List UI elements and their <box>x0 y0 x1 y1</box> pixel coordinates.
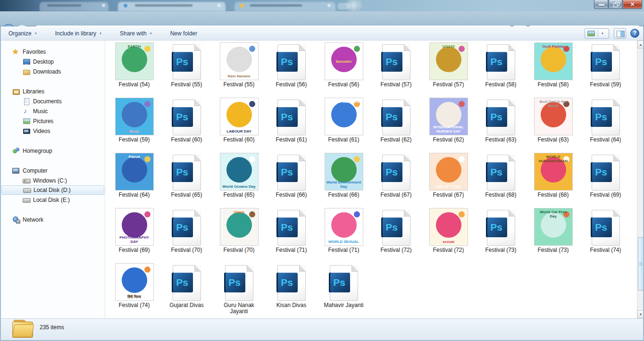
file-thumbnail: Ps <box>213 262 265 301</box>
file-item[interactable]: PsFestival (58) <box>475 42 527 97</box>
background-browser-tab <box>234 2 335 11</box>
toolbar-button-organize[interactable]: Organize▼ <box>6 28 40 39</box>
sidebar-item-label: Music <box>33 108 48 115</box>
file-item[interactable]: PsFestival (57) <box>370 42 422 97</box>
file-label: Festival (72) <box>433 247 464 253</box>
file-item[interactable]: PsFestival (73) <box>475 207 527 262</box>
file-item[interactable]: PHOTOGRAPHY DAYFestival (69) <box>108 207 160 262</box>
page-fold-icon <box>247 265 253 272</box>
sidebar-section-computer[interactable]: Computer <box>1 166 105 175</box>
file-item[interactable]: BaisakhiFestival (56) <box>318 42 370 97</box>
file-item[interactable]: World Environment DayFestival (66) <box>318 152 370 207</box>
title-bar[interactable] <box>0 0 644 11</box>
sidebar-item-local-disk-d-[interactable]: Local Disk (D:) <box>1 185 104 195</box>
file-item[interactable]: Ram NavamiFestival (55) <box>213 42 265 97</box>
file-item[interactable]: LABOUR DAYFestival (60) <box>213 97 265 152</box>
file-item[interactable]: WORLD SEXUALFestival (71) <box>318 207 370 262</box>
file-item[interactable]: PsFestival (71) <box>265 207 318 262</box>
file-item[interactable]: PsKisan Divas <box>265 262 318 317</box>
file-item[interactable]: हिंदी दिवसFestival (74) <box>108 262 160 317</box>
file-item[interactable]: Gudi PadwaFestival (58) <box>527 42 579 97</box>
file-item[interactable]: UGADIFestival (57) <box>422 42 475 97</box>
thumbnail-caption: Baisakhi <box>326 59 361 64</box>
file-item[interactable]: BookFestival (59) <box>108 97 160 152</box>
toolbar-button-new-folder[interactable]: New folder <box>167 28 200 39</box>
help-button[interactable] <box>630 29 639 38</box>
photoshop-badge-icon: Ps <box>591 162 612 182</box>
sidebar-item-downloads[interactable]: Downloads <box>1 67 105 76</box>
file-item[interactable]: PsMahavir Jayanti <box>318 262 370 317</box>
thumbnail-caption: EARTH <box>117 44 152 49</box>
change-view-button[interactable]: ▼ <box>585 28 609 39</box>
sidebar-item-label: Local Disk (E:) <box>33 197 70 203</box>
sidebar-item-pictures[interactable]: Pictures <box>1 116 105 126</box>
sidebar-group-homegroup: Homegroup <box>1 146 105 156</box>
hello-summer-poster: HELLO SUMMER <box>325 98 363 135</box>
file-item[interactable]: PsFestival (64) <box>579 97 632 152</box>
sidebar-item-desktop[interactable]: Desktop <box>1 57 105 67</box>
page-fold-icon <box>299 155 306 161</box>
photoshop-badge-icon: Ps <box>276 217 298 237</box>
file-item[interactable]: Best Dad in the WorldFestival (63) <box>527 97 579 152</box>
sidebar-section-libraries[interactable]: Libraries <box>1 86 105 96</box>
file-label: Guru Nanak Jayanti <box>215 302 264 315</box>
file-item[interactable]: PlanetFestival (64) <box>108 152 160 207</box>
minimize-button[interactable] <box>594 0 608 9</box>
file-thumbnail: Ps <box>579 97 632 135</box>
thumbnail-caption: Book <box>117 129 152 133</box>
file-item[interactable]: PsFestival (59) <box>579 42 632 97</box>
file-item[interactable]: WORLD HUMANITARIAN DAYFestival (68) <box>527 152 579 207</box>
sidebar-item-videos[interactable]: Videos <box>1 126 105 136</box>
navigation-pane: FavoritesDesktopDownloadsLibrariesDocume… <box>1 41 105 318</box>
file-item[interactable]: PsFestival (62) <box>370 97 422 152</box>
file-item[interactable]: PsFestival (55) <box>160 42 213 97</box>
file-item[interactable]: PsFestival (69) <box>579 152 632 207</box>
file-thumbnail: Ps <box>160 262 213 301</box>
chevron-down-icon[interactable]: ▼ <box>601 32 604 35</box>
file-thumbnail: Best Dad in the World <box>527 97 579 135</box>
sidebar-item-local-disk-e-[interactable]: Local Disk (E:) <box>1 195 105 205</box>
file-item[interactable]: sexualFestival (72) <box>422 207 475 262</box>
close-button[interactable] <box>623 0 642 9</box>
file-item[interactable]: PsFestival (65) <box>160 152 213 207</box>
file-item[interactable]: EARTHFestival (54) <box>108 42 160 97</box>
file-item[interactable]: PsFestival (66) <box>265 152 318 207</box>
file-item[interactable]: PsFestival (61) <box>265 97 318 152</box>
thumbnail-caption: WORLD HUMANITARIAN DAY <box>536 155 571 164</box>
file-item[interactable]: World Car Free DayFestival (73) <box>527 207 579 262</box>
file-item[interactable]: PsFestival (72) <box>370 207 422 262</box>
thumbnail-artwork <box>122 267 147 293</box>
sidebar-item-label: Windows (C:) <box>33 177 67 184</box>
sidebar-item-music[interactable]: Music <box>1 106 105 116</box>
toolbar-button-share-with[interactable]: Share with▼ <box>117 28 155 39</box>
file-item[interactable]: World Oceans DayFestival (65) <box>213 152 265 207</box>
sidebar-section-homegroup[interactable]: Homegroup <box>1 146 105 156</box>
file-item[interactable]: HELLO SUMMERFestival (61) <box>318 97 370 152</box>
toolbar-button-label: Include in library <box>55 30 96 37</box>
sidebar-section-favorites[interactable]: Favorites <box>1 47 105 57</box>
sidebar-item-windows-c-[interactable]: Windows (C:) <box>1 175 105 185</box>
file-item[interactable]: INTERNATIONAL NURSES DAYFestival (62) <box>422 97 475 152</box>
file-item[interactable]: PsFestival (70) <box>160 207 213 262</box>
file-item[interactable]: OnamFestival (70) <box>213 207 265 262</box>
restore-button[interactable] <box>609 0 622 9</box>
file-item[interactable]: PsFestival (67) <box>370 152 422 207</box>
file-thumbnail: Ps <box>579 152 632 191</box>
preview-pane-button[interactable] <box>614 28 626 39</box>
file-item[interactable]: PsGuru Nanak Jayanti <box>213 262 265 317</box>
psd-file-icon: Ps <box>592 155 620 191</box>
sidebar-item-documents[interactable]: Documents <box>1 96 105 106</box>
file-item[interactable]: PsFestival (56) <box>265 42 318 97</box>
onam-poster: Onam <box>220 208 259 246</box>
file-thumbnail: Ps <box>475 207 527 246</box>
file-item[interactable]: PsFestival (74) <box>579 207 632 262</box>
file-item[interactable]: PsFestival (68) <box>475 152 527 207</box>
file-item[interactable]: DAY OF YOGAFestival (67) <box>422 152 475 207</box>
sidebar-section-network[interactable]: Network <box>1 215 105 225</box>
file-label: Festival (74) <box>118 302 150 308</box>
file-item[interactable]: PsGujarat Divas <box>160 262 213 317</box>
toolbar-button-include-in-library[interactable]: Include in library▼ <box>52 28 105 39</box>
thumbnail-artwork <box>331 157 357 183</box>
file-item[interactable]: PsFestival (63) <box>475 97 527 152</box>
file-item[interactable]: PsFestival (60) <box>160 97 213 152</box>
